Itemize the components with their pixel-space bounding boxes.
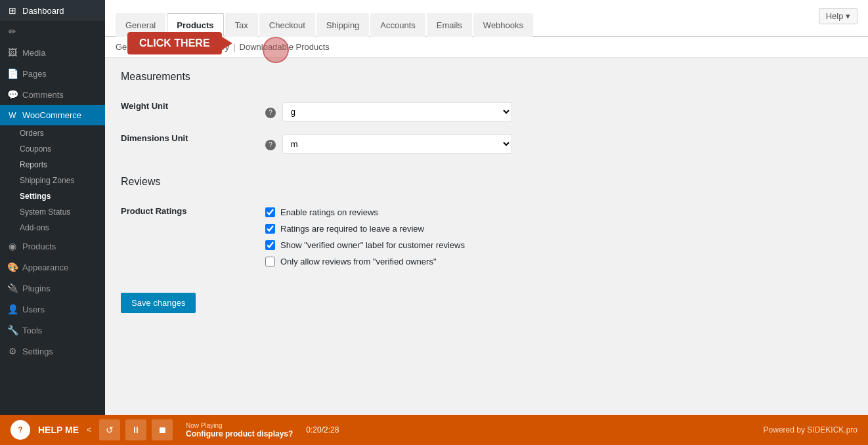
weight-unit-help-icon[interactable]: ?: [265, 108, 276, 118]
playback-controls: ↺ ⏸ ⏹: [99, 419, 173, 440]
sidebar-media-label: Media: [22, 48, 45, 58]
users-icon: 👤: [7, 304, 18, 314]
checkbox-verified-only: Only allow reviews from "verified owners…: [265, 257, 852, 266]
save-changes-button[interactable]: Save changes: [121, 293, 196, 313]
sidebar-sub-coupons[interactable]: Coupons: [0, 141, 105, 157]
comments-icon: 💬: [7, 89, 18, 100]
sidebar-item-settings[interactable]: ⚙ Settings: [0, 341, 105, 362]
measurements-title: Measurements: [121, 71, 852, 83]
sidebar-sub-reports[interactable]: Reports: [0, 157, 105, 173]
powered-by: Powered by SIDEKICK.pro: [764, 425, 857, 434]
weight-unit-select[interactable]: g kg lbs oz: [282, 102, 512, 121]
tab-accounts[interactable]: Accounts: [370, 13, 425, 37]
sidebar-pages-label: Pages: [22, 69, 47, 79]
tabs-bar: General Products Tax Checkout Shipping A…: [105, 0, 868, 37]
helpme-logo: ?: [11, 420, 30, 440]
save-button-label: Save changes: [131, 298, 185, 308]
sidebar-item-comments[interactable]: 💬 Comments: [0, 84, 105, 105]
weight-unit-label: Weight Unit: [121, 96, 265, 128]
stop-button[interactable]: ⏹: [152, 419, 173, 440]
settings-icon: ⚙: [7, 346, 18, 356]
dimensions-unit-help-icon[interactable]: ?: [265, 140, 276, 150]
checkbox-enable-ratings-input[interactable]: [265, 207, 275, 217]
tools-icon: 🔧: [7, 325, 18, 335]
sidebar-sub-settings[interactable]: Settings: [0, 188, 105, 204]
sidebar-item-appearance[interactable]: 🎨 Appearance: [0, 257, 105, 278]
checkbox-verified-label: Show "verified owner" label for customer…: [265, 240, 852, 250]
sidebar-settings-label: Settings: [22, 347, 53, 356]
sidebar-item-pages[interactable]: 📄 Pages: [0, 63, 105, 84]
sidebar-item-products[interactable]: ◉ Products: [0, 236, 105, 257]
reviews-title: Reviews: [121, 176, 852, 188]
reviews-section: Reviews Product Ratings Enable ratings o…: [121, 176, 852, 280]
sidebar-item-plugins[interactable]: 🔌 Plugins: [0, 278, 105, 299]
click-annotation-text: CLICK THERE: [139, 37, 210, 49]
page-content: Measurements Weight Unit ? g kg lbs: [105, 58, 868, 415]
help-button-label: Help: [826, 11, 844, 21]
product-ratings-label-text: Product Ratings: [121, 206, 186, 216]
sidebar-tools-label: Tools: [22, 326, 42, 335]
sidebar-item-woocommerce[interactable]: W WooCommerce: [0, 105, 105, 125]
sidebar-users-label: Users: [22, 305, 45, 314]
sidebar-item-tools[interactable]: 🔧 Tools: [0, 320, 105, 341]
now-playing-info: Now Playing Configure product displays?: [186, 422, 293, 438]
checkbox-verified-label-label: Show "verified owner" label for customer…: [280, 240, 465, 250]
sidebar-sub-shipping-zones[interactable]: Shipping Zones: [0, 173, 105, 188]
products-icon: ◉: [7, 241, 18, 251]
click-annotation: CLICK THERE: [127, 32, 222, 54]
sidebar-item-posts[interactable]: ✏: [0, 21, 105, 42]
dashboard-icon: ⊞: [7, 5, 18, 16]
checkbox-enable-ratings-label: Enable ratings on reviews: [280, 207, 378, 217]
helpme-arrow: <: [87, 425, 91, 434]
dimensions-unit-label-text: Dimensions Unit: [121, 133, 188, 143]
tab-emails[interactable]: Emails: [427, 13, 472, 37]
sidebar-item-media[interactable]: 🖼 Media: [0, 42, 105, 63]
checkbox-ratings-required: Ratings are required to leave a review: [265, 224, 852, 234]
plugins-icon: 🔌: [7, 283, 18, 293]
weight-unit-field: ? g kg lbs oz: [265, 96, 852, 128]
sidebar-woocommerce-label: WooCommerce: [22, 110, 81, 120]
measurements-table: Weight Unit ? g kg lbs oz: [121, 96, 852, 160]
sidebar-products-label: Products: [22, 242, 56, 251]
powered-by-text: Powered by SIDEKICK.pro: [764, 425, 857, 434]
woocommerce-icon: W: [7, 111, 18, 120]
help-button[interactable]: Help ▾: [819, 8, 857, 24]
product-ratings-label: Product Ratings: [121, 201, 265, 280]
checkbox-verified-only-label: Only allow reviews from "verified owners…: [280, 257, 437, 266]
refresh-button[interactable]: ↺: [99, 419, 120, 440]
checkbox-ratings-required-label: Ratings are required to leave a review: [280, 224, 424, 234]
tab-shipping[interactable]: Shipping: [316, 13, 370, 37]
media-icon: 🖼: [7, 47, 18, 58]
sidebar-item-dashboard[interactable]: ⊞ Dashboard: [0, 0, 105, 21]
reviews-table: Product Ratings Enable ratings on review…: [121, 201, 852, 280]
sidebar-sub-system-status[interactable]: System Status: [0, 204, 105, 220]
sidebar-sub-orders[interactable]: Orders: [0, 125, 105, 141]
appearance-icon: 🎨: [7, 262, 18, 272]
bottom-bar: ? HELP ME < ↺ ⏸ ⏹ Now Playing Configure …: [0, 415, 868, 445]
checkbox-verified-label-input[interactable]: [265, 240, 275, 250]
tab-webhooks[interactable]: Webhooks: [473, 13, 533, 37]
sidebar-comments-label: Comments: [22, 90, 64, 100]
checkbox-enable-ratings: Enable ratings on reviews: [265, 207, 852, 217]
pause-button[interactable]: ⏸: [125, 419, 146, 440]
now-playing-label: Now Playing: [186, 422, 293, 429]
product-ratings-field: Enable ratings on reviews Ratings are re…: [265, 201, 852, 280]
pages-icon: 📄: [7, 68, 18, 79]
checkbox-ratings-required-input[interactable]: [265, 224, 275, 234]
dimensions-unit-field: ? m cm mm in yd: [265, 128, 852, 160]
tab-tax[interactable]: Tax: [225, 13, 258, 37]
sidebar-appearance-label: Appearance: [22, 263, 68, 272]
sidebar-sub-addons[interactable]: Add-ons: [0, 220, 105, 236]
sidebar-plugins-label: Plugins: [22, 284, 51, 293]
weight-unit-label-text: Weight Unit: [121, 101, 168, 111]
click-circle: [263, 37, 289, 63]
helpme-title: HELP ME: [38, 425, 79, 435]
dimensions-unit-label: Dimensions Unit: [121, 128, 265, 160]
sidebar-dashboard-label: Dashboard: [22, 6, 64, 16]
sidebar-item-users[interactable]: 👤 Users: [0, 299, 105, 320]
tab-checkout[interactable]: Checkout: [259, 13, 315, 37]
dimensions-unit-select[interactable]: m cm mm in yd: [282, 135, 512, 154]
checkbox-verified-only-input[interactable]: [265, 257, 275, 266]
now-playing-title: Configure product displays?: [186, 429, 293, 438]
logo-text: ?: [18, 425, 22, 434]
